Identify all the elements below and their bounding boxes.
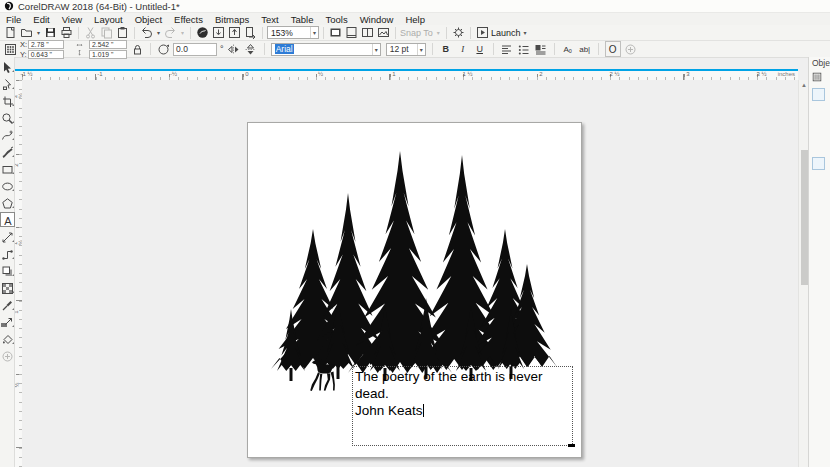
shape-tool-icon[interactable]	[1, 77, 14, 90]
undo-dropdown-caret[interactable]: ▾	[155, 29, 162, 36]
mirror-horizontal-icon[interactable]	[227, 43, 240, 56]
paste-icon[interactable]	[116, 26, 129, 39]
text-tool-icon[interactable]: A	[1, 213, 14, 226]
image-adjust-icon[interactable]	[377, 26, 390, 39]
objects-docker[interactable]: Objects	[808, 57, 830, 467]
save-icon[interactable]	[44, 26, 57, 39]
artistic-media-tool-icon[interactable]	[1, 145, 14, 158]
svg-text:A: A	[4, 215, 12, 227]
hruler-label: 0	[245, 71, 248, 77]
polygon-tool-icon[interactable]	[1, 196, 14, 209]
x-position-field[interactable]: 2.78 "	[28, 40, 64, 49]
hruler-label: -½	[170, 71, 177, 77]
menu-layout[interactable]: Layout	[88, 14, 129, 25]
menu-object[interactable]: Object	[129, 14, 168, 25]
launch-app-icon[interactable]	[476, 26, 489, 39]
show-page-border-icon[interactable]	[345, 26, 358, 39]
undo-icon[interactable]	[140, 26, 153, 39]
menu-bitmaps[interactable]: Bitmaps	[209, 14, 255, 25]
menu-help[interactable]: Help	[399, 14, 431, 25]
rotation-field[interactable]: 0.0	[173, 43, 217, 56]
ruler-units-label: inches	[777, 71, 796, 77]
character-formatting-button[interactable]: Aₒ	[561, 42, 575, 56]
height-field[interactable]: 1.019 "	[89, 50, 127, 59]
zoom-level-combo[interactable]: 153% ▾	[267, 26, 319, 39]
redo-icon	[164, 26, 177, 39]
drop-cap-icon[interactable]	[534, 43, 547, 56]
menu-table[interactable]: Table	[285, 14, 320, 25]
options-gear-icon[interactable]	[452, 26, 465, 39]
docker-title: Objects	[809, 57, 830, 70]
drop-shadow-tool-icon[interactable]	[1, 264, 14, 277]
dimension-tool-icon[interactable]	[1, 230, 14, 243]
export-icon[interactable]	[228, 26, 241, 39]
drawing-canvas[interactable]: The poetry of the earth is never dead. J…	[22, 80, 798, 467]
rotation-angle-icon	[157, 43, 170, 56]
italic-button[interactable]: I	[456, 42, 470, 56]
lock-ratio-icon[interactable]	[131, 43, 144, 56]
paragraph-text-frame[interactable]: The poetry of the earth is never dead. J…	[352, 366, 573, 446]
mirror-vertical-icon[interactable]	[244, 43, 257, 56]
freehand-tool-icon[interactable]	[1, 128, 14, 141]
object-position-icon	[4, 43, 17, 56]
launch-caret-icon[interactable]: ▾	[521, 29, 528, 36]
author-text: John Keats	[355, 403, 423, 418]
property-bar: X: 2.78 " Y: 0.643 " 2.542 " 1.019 " 0.0…	[0, 41, 830, 58]
open-dropdown-caret[interactable]: ▾	[35, 29, 42, 36]
font-family-combo[interactable]: Arial ▾	[271, 43, 381, 56]
document-page[interactable]: The poetry of the earth is never dead. J…	[247, 122, 582, 458]
fullscreen-preview-icon[interactable]	[329, 26, 342, 39]
font-size-combo[interactable]: 12 pt ▾	[386, 43, 426, 56]
interactive-fill-tool-icon[interactable]	[1, 315, 14, 328]
page-layout-icon[interactable]	[361, 26, 374, 39]
menu-file[interactable]: File	[0, 14, 27, 25]
import-icon[interactable]	[212, 26, 225, 39]
open-icon[interactable]	[20, 26, 33, 39]
search-content-icon[interactable]	[196, 26, 209, 39]
font-size-caret-icon[interactable]: ▾	[417, 44, 425, 55]
smart-fill-tool-icon[interactable]	[1, 332, 14, 345]
edit-text-button[interactable]: ab|	[578, 42, 592, 56]
zoom-tool-icon[interactable]	[1, 111, 14, 124]
copy-icon	[100, 26, 113, 39]
outline-button[interactable]: O	[605, 41, 621, 57]
snap-to-dropdown: Snap To ▾	[400, 28, 442, 38]
font-family-caret-icon[interactable]: ▾	[372, 44, 380, 55]
eyedropper-tool-icon[interactable]	[1, 298, 14, 311]
ellipse-tool-icon[interactable]	[1, 179, 14, 192]
degree-symbol: °	[220, 44, 224, 54]
font-family-value: Arial	[275, 44, 294, 54]
bold-button[interactable]: B	[439, 42, 453, 56]
connector-tool-icon[interactable]	[1, 247, 14, 260]
y-position-field[interactable]: 0.643 "	[28, 50, 64, 59]
menu-tools[interactable]: Tools	[319, 14, 353, 25]
menu-effects[interactable]: Effects	[168, 14, 209, 25]
toolbox: A	[0, 57, 15, 467]
docker-options-icon[interactable]	[812, 72, 822, 82]
launch-label[interactable]: Launch	[491, 28, 521, 38]
docker-item[interactable]	[812, 157, 825, 170]
width-field[interactable]: 2.542 "	[89, 40, 127, 49]
publish-pdf-icon[interactable]	[244, 26, 257, 39]
pick-tool-icon[interactable]	[1, 60, 14, 73]
menu-window[interactable]: Window	[354, 14, 400, 25]
window-title: CorelDRAW 2018 (64-Bit) - Untitled-1*	[18, 1, 180, 12]
scrollbar-thumb[interactable]	[801, 150, 808, 285]
text-frame-resize-handle[interactable]	[568, 444, 575, 447]
zoom-caret-icon[interactable]: ▾	[310, 27, 318, 38]
text-alignment-icon[interactable]	[500, 43, 513, 56]
transparency-tool-icon[interactable]	[1, 281, 14, 294]
menu-view[interactable]: View	[56, 14, 88, 25]
menu-text[interactable]: Text	[255, 14, 284, 25]
rectangle-tool-icon[interactable]	[1, 162, 14, 175]
hruler-label: 3	[686, 71, 689, 77]
underline-button[interactable]: U	[473, 42, 487, 56]
bulleted-list-icon[interactable]	[517, 43, 530, 56]
menu-bar: File Edit View Layout Object Effects Bit…	[0, 13, 830, 25]
docker-item[interactable]	[812, 88, 825, 101]
crop-tool-icon[interactable]	[1, 94, 14, 107]
print-icon[interactable]	[60, 26, 73, 39]
new-document-icon[interactable]	[4, 26, 17, 39]
menu-edit[interactable]: Edit	[27, 14, 55, 25]
add-tools-icon[interactable]	[1, 349, 14, 362]
